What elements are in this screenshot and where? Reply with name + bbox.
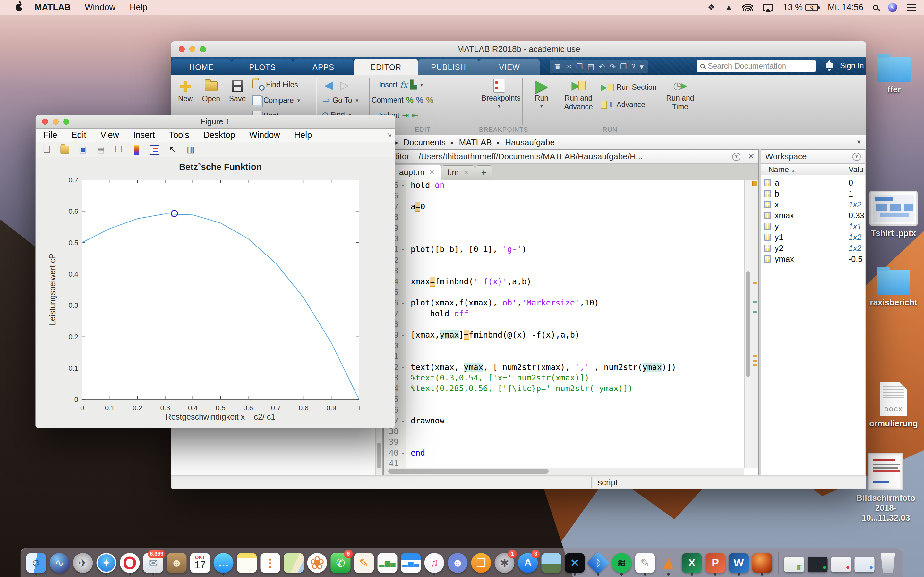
matlab-titlebar[interactable]: MATLAB R2018b - academic use bbox=[171, 41, 866, 57]
ribbon-tab-editor[interactable]: EDITOR bbox=[354, 59, 418, 75]
dropdown-icon[interactable]: ▾ bbox=[640, 63, 644, 71]
dock-word[interactable]: W bbox=[729, 550, 749, 575]
workspace-column-headers[interactable]: Name ▲ Valu bbox=[761, 164, 865, 175]
save-figure-icon[interactable]: ▣ bbox=[78, 144, 88, 155]
dock-app-store[interactable]: A3 bbox=[518, 550, 538, 575]
figure-menu-desktop[interactable]: Desktop bbox=[204, 130, 235, 140]
workspace-row-y1[interactable]: y11x2 bbox=[761, 232, 865, 243]
dock-finder[interactable]: ☺ bbox=[26, 550, 47, 575]
dock-figure-icon[interactable]: ↘ bbox=[386, 131, 392, 138]
figure-menu-insert[interactable]: Insert bbox=[133, 130, 155, 140]
workspace-header[interactable]: Workspace ▼ bbox=[761, 150, 865, 164]
run-and-advance-button[interactable]: ▶ Run and Advance bbox=[559, 77, 598, 111]
uncomment-icon[interactable]: % bbox=[416, 95, 423, 105]
dock-numbers[interactable]: ▂▆▄ bbox=[377, 550, 398, 575]
dock-x-plane[interactable]: ✕ bbox=[565, 550, 585, 575]
figure-menu-tools[interactable]: Tools bbox=[169, 130, 189, 140]
dock-launchpad[interactable]: ✈ bbox=[73, 550, 94, 575]
figure-menu-view[interactable]: View bbox=[100, 130, 119, 140]
figure-menu-edit[interactable]: Edit bbox=[71, 130, 87, 140]
insert-controls[interactable]: Insert fx ▙ ▼ bbox=[379, 80, 424, 90]
annotation-mark[interactable] bbox=[753, 301, 757, 303]
notification-center-icon[interactable] bbox=[907, 4, 916, 11]
comment-icon[interactable]: % bbox=[406, 95, 414, 105]
edit-plot-pointer-icon[interactable]: ↖ bbox=[167, 144, 178, 155]
dock-pages[interactable]: ✎ bbox=[354, 550, 375, 575]
comment-controls[interactable]: Comment % % % bbox=[372, 95, 433, 105]
dock-patterns-sketch[interactable]: ✎ bbox=[635, 550, 656, 575]
insert-legend-icon[interactable] bbox=[149, 144, 160, 155]
link-plot-icon[interactable]: ❐ bbox=[113, 144, 124, 155]
forward-button[interactable]: ▷ bbox=[341, 79, 349, 91]
paste-icon[interactable]: ▤ bbox=[588, 63, 594, 71]
workspace-row-a[interactable]: a0 bbox=[761, 177, 865, 188]
airplay-icon[interactable] bbox=[763, 4, 773, 11]
go-to-button[interactable]: ⇒ Go To▼ bbox=[322, 95, 359, 106]
dock-mail[interactable]: ✉6.369 bbox=[143, 550, 164, 575]
dock-siri[interactable]: ∿ bbox=[49, 550, 70, 575]
dock-excel[interactable]: X bbox=[682, 550, 702, 575]
dock-matlab[interactable] bbox=[752, 550, 772, 575]
dock-discord[interactable]: ☻ bbox=[447, 550, 468, 575]
dropbox-icon[interactable]: ❖ bbox=[708, 3, 715, 13]
undo-icon[interactable]: ↶ bbox=[599, 63, 605, 71]
breadcrumb-documents[interactable]: Documents bbox=[404, 137, 446, 147]
vlc-icon[interactable]: ▲ bbox=[725, 3, 733, 13]
sign-in-link[interactable]: Sign In bbox=[840, 61, 864, 70]
apple-menu-icon[interactable] bbox=[16, 3, 23, 11]
workspace-menu-icon[interactable]: ▼ bbox=[853, 153, 861, 161]
spotlight-icon[interactable] bbox=[873, 5, 879, 10]
run-section-button[interactable]: ▶ Run Section bbox=[601, 82, 656, 92]
indent-right-icon[interactable]: ⇤ bbox=[412, 111, 419, 121]
dock-trash[interactable] bbox=[878, 550, 898, 575]
menu-help[interactable]: Help bbox=[129, 3, 148, 13]
help-icon[interactable]: ? bbox=[632, 63, 636, 71]
new-tab-button[interactable]: + bbox=[475, 165, 493, 179]
run-button[interactable]: ▶ Run ▼ bbox=[528, 77, 556, 109]
new-button[interactable]: ✚ New bbox=[172, 78, 199, 103]
figure-titlebar[interactable]: Figure 1 bbox=[36, 115, 395, 129]
dock-contacts[interactable]: ☻ bbox=[166, 550, 187, 575]
breadcrumb-hausaufgabe[interactable]: Hausaufgabe bbox=[505, 137, 555, 147]
workspace-row-y2[interactable]: y21x2 bbox=[761, 243, 865, 253]
battery-status[interactable]: 13 % ↯ bbox=[783, 3, 818, 13]
dock-minimized-safari-window[interactable]: ● bbox=[855, 550, 875, 575]
menu-window[interactable]: Window bbox=[85, 3, 115, 13]
editor-tab-f.m[interactable]: f.m✕ bbox=[441, 165, 475, 179]
copy-icon[interactable]: ❐ bbox=[576, 63, 583, 71]
redo-icon[interactable]: ↷ bbox=[610, 63, 615, 71]
dock-photos[interactable]: ❀ bbox=[307, 550, 328, 575]
editor-menu-icon[interactable]: ▼ bbox=[732, 153, 740, 161]
breakpoints-button[interactable]: Breakpoints ▼ bbox=[481, 77, 517, 109]
dock-facetime[interactable]: ✆6 bbox=[330, 550, 351, 575]
open-file-icon[interactable] bbox=[59, 144, 70, 155]
editor-vertical-scrollbar[interactable] bbox=[744, 180, 751, 468]
annotation-mark[interactable] bbox=[753, 282, 757, 284]
dock-maps[interactable] bbox=[284, 550, 304, 575]
dock-calendar[interactable]: OKT17 bbox=[190, 550, 210, 575]
desktop-file-formulierung[interactable]: DOCX ormulierung bbox=[866, 382, 921, 429]
dock-vlc[interactable]: ▲ bbox=[658, 550, 679, 575]
figure-menu-help[interactable]: Help bbox=[294, 130, 312, 140]
desktop-folder-ffer[interactable]: ffer bbox=[870, 57, 918, 95]
workspace-row-y[interactable]: y1x1 bbox=[761, 221, 865, 232]
cut-icon[interactable]: ✂ bbox=[565, 63, 572, 71]
desktop-folder-praxisbericht[interactable]: raxisbericht bbox=[866, 270, 921, 308]
desktop-file-tshirt-pptx[interactable]: Tshirt .pptx bbox=[866, 191, 921, 238]
menu-bar-clock[interactable]: Mi. 14:56 bbox=[828, 3, 863, 13]
search-documentation-input[interactable] bbox=[708, 61, 804, 71]
insert-colorbar-icon[interactable] bbox=[131, 144, 142, 155]
dock-bluetooth-exchange[interactable]: ᛒ bbox=[588, 550, 609, 575]
advance-button[interactable]: ⇓ Advance bbox=[601, 100, 645, 109]
workspace-row-x[interactable]: x1x2 bbox=[761, 199, 865, 210]
figure-menu-file[interactable]: File bbox=[43, 130, 57, 140]
notification-bell-icon[interactable] bbox=[825, 62, 833, 68]
compare-button[interactable]: Compare▼ bbox=[252, 95, 301, 105]
open-button[interactable]: Open bbox=[197, 78, 225, 103]
search-documentation-box[interactable] bbox=[696, 60, 816, 73]
run-and-time-button[interactable]: ◷ ▶ Run and Time bbox=[662, 77, 698, 111]
insert-section-icon[interactable]: ▙ bbox=[410, 80, 417, 90]
figure-menu-window[interactable]: Window bbox=[249, 130, 280, 140]
figure-canvas[interactable]: 00.10.20.30.40.50.60.70.80.9100.10.20.30… bbox=[36, 157, 395, 428]
back-button[interactable]: ◀ bbox=[325, 79, 333, 91]
